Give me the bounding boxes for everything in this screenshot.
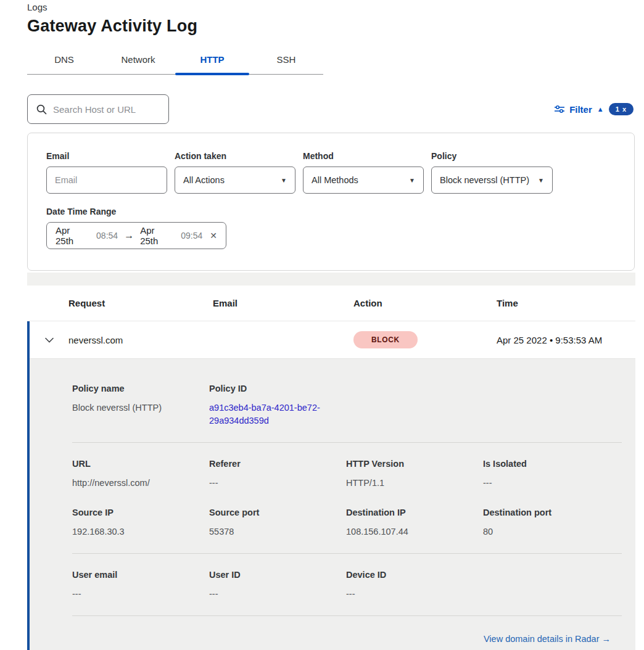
tab-http[interactable]: HTTP [175,48,249,74]
destination-ip-label: Destination IP [346,508,483,517]
filter-sliders-icon [555,105,564,113]
row-expanded-details: Policy name Block neverssl (HTTP) Policy… [30,359,635,650]
policy-name-value: Block neverssl (HTTP) [72,401,209,414]
tab-network[interactable]: Network [101,48,175,74]
policy-id-label: Policy ID [209,384,346,393]
is-isolated-value: --- [483,477,620,490]
http-version-field: HTTP Version HTTP/1.1 [346,459,483,490]
filter-panel: Email Action taken All Actions ▼ Method … [27,133,635,271]
email-filter-label: Email [46,151,167,161]
destination-port-field: Destination port 80 [483,508,620,538]
column-header-action: Action [353,298,497,308]
source-ip-label: Source IP [72,508,209,517]
referer-label: Referer [209,459,346,469]
table-body: neverssl.com BLOCK Apr 25 2022 • 9:53:53… [27,321,635,650]
email-filter-field: Email [46,151,167,194]
clear-date-range-icon[interactable]: ✕ [210,231,217,241]
policy-select-value: Block neverssl (HTTP) [440,175,529,185]
user-id-field: User ID --- [209,570,346,601]
tab-ssh[interactable]: SSH [249,48,323,74]
date-range-label: Date Time Range [46,207,616,216]
user-id-label: User ID [209,570,346,580]
source-ip-value: 192.168.30.3 [72,525,209,538]
method-select-value: All Methods [312,175,358,185]
search-input[interactable] [53,104,160,115]
active-filter-count-badge[interactable]: 1 x [609,103,634,115]
action-filter-label: Action taken [175,151,295,161]
device-id-field: Device ID --- [346,570,483,601]
http-version-value: HTTP/1.1 [346,477,483,490]
block-status-badge: BLOCK [353,331,418,348]
is-isolated-label: Is Isolated [483,459,620,469]
chevron-up-icon: ▲ [597,105,604,113]
gateway-activity-log-page: Logs Gateway Activity Log DNS Network HT… [0,0,644,650]
row-request-value: neverssl.com [68,335,213,345]
url-value: http://neverssl.com/ [72,477,209,490]
source-port-label: Source port [209,508,346,517]
action-select[interactable]: All Actions ▼ [175,167,295,194]
source-port-value: 55378 [209,525,346,538]
user-email-value: --- [72,588,209,601]
source-port-field: Source port 55378 [209,508,346,538]
date-range-start-date: Apr 25th [56,225,90,246]
chevron-down-icon: ▼ [409,177,415,184]
row-action-cell: BLOCK [353,331,497,348]
method-select[interactable]: All Methods ▼ [303,167,424,194]
chevron-down-icon[interactable] [30,337,68,343]
user-email-field: User email --- [72,570,209,601]
page-title: Gateway Activity Log [27,17,635,36]
action-select-value: All Actions [183,175,225,185]
email-filter-input[interactable] [46,167,167,194]
filter-label: Filter [569,104,592,115]
row-time-value: Apr 25 2022 • 9:53:53 AM [497,335,635,345]
referer-field: Referer --- [209,459,346,490]
destination-ip-value: 108.156.107.44 [346,525,483,538]
date-range-start-time: 08:54 [96,231,118,241]
tab-dns[interactable]: DNS [27,48,101,74]
policy-filter-label: Policy [431,151,553,161]
policy-id-link[interactable]: a91c3eb4-ba7a-4201-be72-29a934dd359d [209,401,326,427]
policy-name-label: Policy name [72,384,209,393]
policy-select[interactable]: Block neverssl (HTTP) ▼ [431,167,553,194]
table-top-strip [27,273,635,286]
method-filter-label: Method [303,151,424,161]
date-range-picker[interactable]: Apr 25th 08:54 → Apr 25th 09:54 ✕ [46,222,226,249]
policy-id-field: Policy ID a91c3eb4-ba7a-4201-be72-29a934… [209,384,346,427]
details-divider [72,553,622,554]
policy-filter-field: Policy Block neverssl (HTTP) ▼ [431,151,553,194]
referer-value: --- [209,477,346,490]
method-filter-field: Method All Methods ▼ [303,151,424,194]
is-isolated-field: Is Isolated --- [483,459,620,490]
activity-log-table: Request Email Action Time neverssl.com B… [27,286,635,650]
column-header-email: Email [213,298,353,308]
destination-port-label: Destination port [483,508,620,517]
table-row[interactable]: neverssl.com BLOCK Apr 25 2022 • 9:53:53… [30,321,635,359]
source-ip-field: Source IP 192.168.30.3 [72,508,209,538]
search-icon [36,104,47,115]
view-in-radar-link[interactable]: View domain details in Radar → [484,634,611,644]
filter-toggle[interactable]: Filter ▲ 1 x [555,103,634,115]
date-range-end-date: Apr 25th [140,225,175,246]
user-email-label: User email [72,570,209,580]
device-id-value: --- [346,588,483,601]
chevron-down-icon: ▼ [281,177,287,184]
policy-name-field: Policy name Block neverssl (HTTP) [72,384,209,427]
chevron-down-icon: ▼ [538,177,544,184]
details-divider [72,442,622,443]
url-field: URL http://neverssl.com/ [72,459,209,490]
http-version-label: HTTP Version [346,459,483,469]
action-filter-field: Action taken All Actions ▼ [175,151,295,194]
search-filter-row: Filter ▲ 1 x [27,94,635,124]
destination-port-value: 80 [483,525,620,538]
log-type-tabs: DNS Network HTTP SSH [27,48,323,75]
user-id-value: --- [209,588,346,601]
breadcrumb: Logs [27,2,635,12]
arrow-right-icon: → [124,230,134,241]
device-id-label: Device ID [346,570,483,580]
column-header-time: Time [497,298,635,308]
details-divider [72,615,622,616]
radar-link-row: View domain details in Radar → [72,633,622,644]
destination-ip-field: Destination IP 108.156.107.44 [346,508,483,538]
date-range-end-time: 09:54 [181,231,202,241]
search-box[interactable] [27,94,169,124]
